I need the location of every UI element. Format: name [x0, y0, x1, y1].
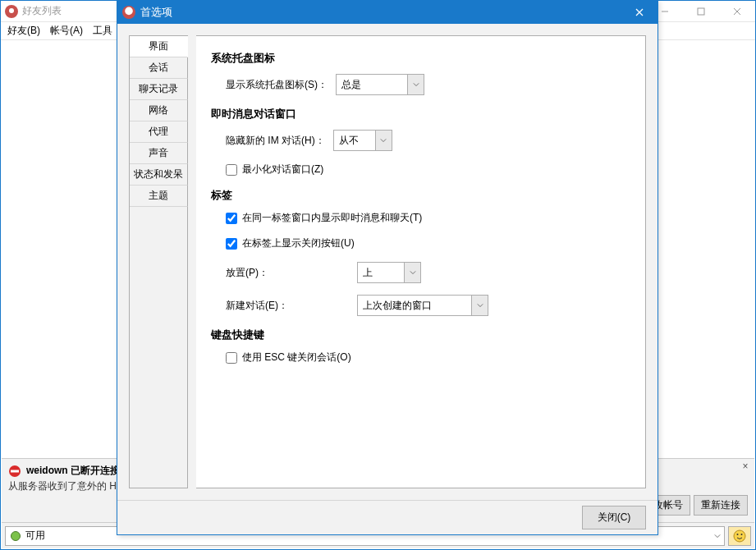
esc-row[interactable]: 使用 ESC 键关闭会话(O)	[226, 351, 351, 364]
no-entry-icon	[8, 465, 21, 478]
tray-label: 显示系统托盘图标(S)：	[226, 78, 328, 92]
smiley-icon	[733, 529, 746, 543]
section-tabs: 标签	[211, 188, 630, 203]
error-close-button[interactable]: ×	[740, 461, 751, 472]
reconnect-button[interactable]: 重新连接	[694, 495, 748, 516]
svg-rect-6	[11, 470, 19, 472]
svg-point-0	[9, 8, 14, 13]
hide-label: 隐藏新的 IM 对话(H)：	[226, 134, 325, 148]
maximize-button[interactable]	[683, 1, 719, 22]
show-close-label: 在标签上显示关闭按钮(U)	[242, 237, 355, 249]
preferences-dialog: 首选项 界面 会话 聊天记录 网络 代理 声音 状态和发呆 主题 系统托盘图标 …	[117, 0, 658, 535]
section-keys: 键盘快捷键	[211, 328, 630, 342]
error-title: weidown 已断开连接	[26, 464, 120, 478]
show-close-row[interactable]: 在标签上显示关闭按钮(U)	[226, 236, 355, 250]
minimize-checkbox[interactable]	[226, 164, 237, 176]
show-close-checkbox[interactable]	[226, 238, 237, 250]
main-close-button[interactable]	[719, 1, 755, 22]
section-im: 即时消息对话窗口	[211, 107, 630, 121]
prefs-titlebar: 首选项	[117, 1, 657, 24]
esc-label: 使用 ESC 键关闭会话(O)	[242, 351, 351, 363]
prefs-panel-interface: 系统托盘图标 显示系统托盘图标(S)： 总是 即时消息对话窗口 隐藏新的 IM …	[196, 35, 646, 488]
minimize-checkbox-row[interactable]: 最小化对话窗口(Z)	[226, 163, 324, 176]
window-controls	[647, 1, 755, 22]
same-tab-checkbox[interactable]	[226, 213, 237, 224]
same-tab-label: 在同一标签窗口内显示即时消息和聊天(T)	[242, 212, 422, 223]
tab-status[interactable]: 状态和发呆	[130, 164, 188, 186]
tab-sound[interactable]: 声音	[130, 143, 188, 164]
tab-proxy[interactable]: 代理	[130, 121, 188, 143]
prefs-footer: 关闭(C)	[117, 500, 657, 534]
tab-theme[interactable]: 主题	[130, 186, 188, 207]
svg-point-8	[737, 534, 739, 535]
tab-network[interactable]: 网络	[130, 100, 188, 121]
status-emoji-button[interactable]	[728, 526, 751, 546]
tab-interface[interactable]: 界面	[130, 36, 188, 57]
status-available-icon	[11, 531, 21, 541]
same-tab-row[interactable]: 在同一标签窗口内显示即时消息和聊天(T)	[226, 211, 422, 225]
place-label: 放置(P)：	[226, 266, 290, 280]
svg-rect-2	[698, 8, 704, 15]
menu-buddies[interactable]: 好友(B)	[4, 22, 44, 39]
section-tray: 系统托盘图标	[211, 51, 630, 66]
chevron-down-icon	[714, 530, 721, 542]
place-select[interactable]: 上	[357, 262, 421, 283]
tab-conversation[interactable]: 会话	[130, 57, 188, 79]
newconv-label: 新建对话(E)：	[226, 299, 290, 313]
svg-point-7	[734, 530, 745, 542]
app-icon	[122, 6, 135, 19]
menu-tools[interactable]: 工具	[89, 22, 116, 39]
tray-select[interactable]: 总是	[336, 74, 424, 95]
newconv-select[interactable]: 上次创建的窗口	[357, 295, 488, 316]
svg-point-9	[741, 534, 743, 535]
tab-chatlog[interactable]: 聊天记录	[130, 79, 188, 100]
esc-checkbox[interactable]	[226, 352, 237, 364]
menu-account[interactable]: 帐号(A)	[47, 22, 86, 39]
svg-point-10	[125, 7, 133, 16]
prefs-close-button[interactable]: 关闭(C)	[582, 506, 646, 529]
app-icon	[5, 5, 18, 18]
minimize-label: 最小化对话窗口(Z)	[242, 163, 323, 175]
hide-select[interactable]: 从不	[333, 130, 392, 151]
prefs-tablist: 界面 会话 聊天记录 网络 代理 声音 状态和发呆 主题	[129, 35, 188, 488]
prefs-title: 首选项	[140, 5, 621, 20]
status-text: 可用	[25, 529, 45, 543]
prefs-close-x[interactable]	[621, 1, 657, 24]
